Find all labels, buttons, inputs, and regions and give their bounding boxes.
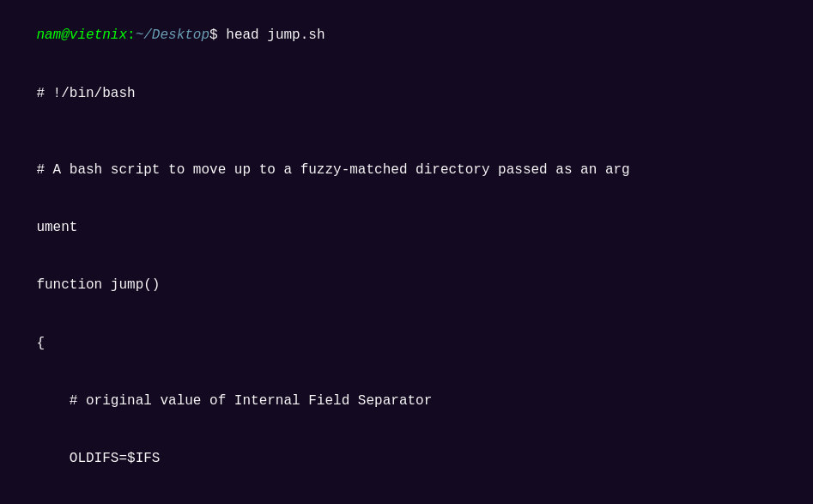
prompt-colon-1: : xyxy=(127,27,136,43)
terminal-blank-2 xyxy=(3,488,810,504)
output-text-1: # !/bin/bash xyxy=(36,86,135,101)
prompt-path-1: ~/Desktop xyxy=(136,27,209,43)
output-text-6: # original value of Internal Field Separ… xyxy=(36,393,432,409)
output-text-3: ument xyxy=(36,220,77,235)
prompt-user-1: nam xyxy=(36,27,61,43)
prompt-host-1: vietnix xyxy=(70,27,127,43)
output-text-4: function jump() xyxy=(36,277,160,293)
terminal-line-1: nam@vietnix:~/Desktop$ head jump.sh xyxy=(3,7,810,64)
terminal-blank-1 xyxy=(3,122,810,141)
terminal-output-2: # A bash script to move up to a fuzzy-ma… xyxy=(3,142,810,199)
terminal-output-7: OLDIFS=$IFS xyxy=(3,430,810,488)
output-text-2: # A bash script to move up to a fuzzy-ma… xyxy=(36,162,629,178)
terminal-output-1: # !/bin/bash xyxy=(3,64,810,122)
output-text-7: OLDIFS=$IFS xyxy=(36,451,160,466)
prompt-dollar-1: $ xyxy=(209,27,226,43)
terminal-output-3: ument xyxy=(3,199,810,257)
terminal-output-6: # original value of Internal Field Separ… xyxy=(3,372,810,429)
prompt-at-1: @ xyxy=(61,27,70,43)
output-text-5: { xyxy=(36,336,45,351)
prompt-command-1: head jump.sh xyxy=(226,27,325,43)
terminal-window[interactable]: nam@vietnix:~/Desktop$ head jump.sh # !/… xyxy=(0,0,813,504)
terminal-output-4: function jump() xyxy=(3,257,810,314)
terminal-output-5: { xyxy=(3,314,810,372)
